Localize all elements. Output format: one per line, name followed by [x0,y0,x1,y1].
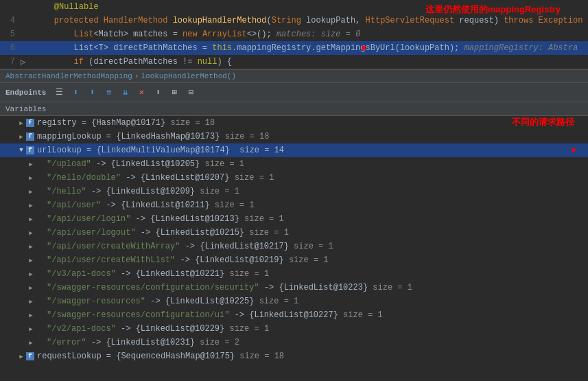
var-row-registry[interactable]: ▶ f registry = {HashMap@10171} size = 18 [0,116,588,130]
toolbar-btn-down[interactable]: ⬇ [86,86,98,99]
var-row-mappingLookup[interactable]: ▶ f mappingLookup = {LinkedHashMap@10173… [0,130,588,143]
var-val-api-user-logout: -> {LinkedList@10215} [136,228,250,238]
var-size-createWithArray: size = 1 [294,242,333,251]
code-content-5: List<Match> matches = new ArrayList<>();… [32,30,588,39]
expander-createWithArray[interactable]: ▶ [26,242,36,251]
line-num-7: 7 [0,57,21,67]
expander-swagger-ui[interactable]: ▶ [26,310,36,320]
code-line-4: 4 protected HandlerMethod lookupHandlerM… [0,14,588,27]
var-row-swagger-security[interactable]: ▶ f "/swagger-resources/configuration/se… [0,281,588,295]
line-num-4: 4 [0,16,21,25]
expander-swagger-security[interactable]: ▶ [26,283,36,292]
var-name-urlLookup: urlLookup = {LinkedMultiValueMap@10174} … [37,146,284,155]
toolbar-btn-up[interactable]: ⬆ [69,86,82,99]
var-row-error[interactable]: ▶ f "/error" -> {LinkedList@10231} size … [0,336,588,349]
field-icon: f [26,132,34,141]
var-name-hello-double: "/hello/double" [47,173,121,183]
var-name-registry: registry = {HashMap@10171} [37,118,170,128]
toolbar-btn-close[interactable]: ✕ [135,86,148,99]
expander-api-user-login[interactable]: ▶ [26,214,36,224]
var-val-swagger-security: -> {LinkedList@10223} [259,283,373,292]
var-row-v3-api-docs[interactable]: ▶ f "/v3/api-docs" -> {LinkedList@10221}… [0,267,588,281]
var-val-v3-api-docs: -> {LinkedList@10221} [116,269,230,279]
var-row-api-user-createWithArray[interactable]: ▶ f "/api/user/createWithArray" -> {Link… [0,240,588,253]
var-row-api-user-login[interactable]: ▶ f "/api/user/login" -> {LinkedList@102… [0,212,588,226]
expander-swagger-resources[interactable]: ▶ [26,297,36,306]
expander-createWithList[interactable]: ▶ [26,255,36,265]
toolbar-btn-up2[interactable]: ⇈ [102,86,115,99]
toolbar-btn-down2[interactable]: ⇊ [119,86,131,99]
breadcrumb-method[interactable]: lookupHandlerMethod() [141,72,236,80]
var-row-swagger-ui[interactable]: ▶ f "/swagger-resources/configuration/ui… [0,308,588,322]
var-row-api-user-createWithList[interactable]: ▶ f "/api/user/createWithList" -> {Linke… [0,253,588,267]
expander-hello-double[interactable]: ▶ [26,173,36,183]
code-line-5: 5 List<Match> matches = new ArrayList<>(… [0,27,588,41]
var-val-v2-api-docs: -> {LinkedList@10229} [116,324,230,334]
var-name-api-user: "/api/user" [47,200,101,210]
var-size-requestLookup: size = 18 [239,351,284,361]
var-val-createWithList: -> {LinkedList@10219} [175,255,289,265]
expander-api-user-logout[interactable]: ▶ [26,228,36,238]
var-val-swagger-resources: -> {LinkedList@10225} [145,297,259,306]
var-name-v3-api-docs: "/v3/api-docs" [47,269,116,279]
var-size-error: size = 2 [200,338,239,347]
var-size-api-user: size = 1 [215,200,255,210]
expander-v2-api-docs[interactable]: ▶ [26,324,36,334]
var-val-hello-double: -> {LinkedList@10207} [121,173,235,183]
expander-requestLookup[interactable]: ▶ [16,351,26,361]
expander-hello[interactable]: ▶ [26,187,36,196]
breadcrumb-class[interactable]: AbstractHandlerMethodMapping [5,72,132,80]
var-name-api-user-logout: "/api/user/logout" [47,228,136,238]
code-content-7: if (directPathMatches != null) { [32,57,588,67]
var-row-requestLookup[interactable]: ▶ f requestLookup = {SequencedHashMap@10… [0,349,588,363]
expander-upload[interactable]: ▶ [26,159,36,169]
var-val-hello: -> {LinkedList@10209} [86,187,200,196]
toolbar-btn-menu[interactable]: ☰ [53,86,65,99]
code-content-4: protected HandlerMethod lookupHandlerMet… [32,16,588,25]
expander-error[interactable]: ▶ [26,338,36,347]
bottom-panel: Endpoints ☰ ⬆ ⬇ ⇈ ⇊ ✕ ⬆ ⊞ ⊟ Variables ▶ … [0,83,588,381]
red-arrow-var: ➤ [570,143,578,158]
var-name-hello: "/hello" [47,187,86,196]
var-size-api-user-login: size = 1 [244,214,284,224]
expander-api-user[interactable]: ▶ [26,200,36,210]
var-row-swagger-resources[interactable]: ▶ f "/swagger-resources" -> {LinkedList@… [0,295,588,308]
toolbar-btn-grid[interactable]: ⊞ [168,86,180,99]
var-val-createWithArray: -> {LinkedList@10217} [180,242,294,251]
var-row-v2-api-docs[interactable]: ▶ f "/v2/api-docs" -> {LinkedList@10229}… [0,322,588,336]
variables-label: Variables [5,105,46,113]
top-annotation: 这里仍然使用的mappingRegistry [425,3,561,16]
var-name-v2-api-docs: "/v2/api-docs" [47,324,116,334]
var-row-hello-double[interactable]: ▶ f "/hello/double" -> {LinkedList@10207… [0,171,588,185]
code-content-6: List<T> directPathMatches = this.mapping… [32,43,588,53]
toolbar-btn-minus[interactable]: ⊟ [185,86,197,99]
expander-registry[interactable]: ▶ [16,118,26,128]
field-icon: f [26,119,34,127]
code-line-6: 6 List<T> directPathMatches = this.mappi… [0,41,588,55]
var-row-upload[interactable]: ▶ f "/upload" -> {LinkedList@10205} size… [0,157,588,171]
main-layout: @Nullable 4 protected HandlerMethod look… [0,0,588,381]
var-size-upload: size = 1 [204,159,244,169]
var-row-api-user-logout[interactable]: ▶ f "/api/user/logout" -> {LinkedList@10… [0,226,588,240]
var-row-hello[interactable]: ▶ f "/hello" -> {LinkedList@10209} size … [0,185,588,198]
var-row-urlLookup[interactable]: ▼ f urlLookup = {LinkedMultiValueMap@101… [0,143,588,157]
breadcrumb-bar: AbstractHandlerMethodMapping › lookupHan… [0,69,588,83]
variables-list[interactable]: ▶ f registry = {HashMap@10171} size = 18… [0,116,588,381]
var-val-swagger-ui: -> {LinkedList@10227} [229,310,343,320]
var-size-hello: size = 1 [200,187,239,196]
toolbar-btn-filter[interactable]: ⬆ [152,86,164,99]
expander-urlLookup[interactable]: ▼ [16,146,26,155]
var-size-swagger-security: size = 1 [373,283,412,292]
var-name-api-user-login: "/api/user/login" [47,214,130,224]
field-icon: f [26,146,34,154]
endpoints-label: Endpoints [5,89,46,97]
var-name-swagger-security: "/swagger-resources/configuration/securi… [47,283,259,292]
var-name-createWithArray: "/api/user/createWithArray" [47,242,180,251]
field-icon: f [26,352,34,360]
expander-mappingLookup[interactable]: ▶ [16,132,26,141]
expander-v3-api-docs[interactable]: ▶ [26,269,36,279]
var-row-api-user[interactable]: ▶ f "/api/user" -> {LinkedList@10211} si… [0,198,588,212]
line-num-6: 6 [0,43,21,53]
var-name-error: "/error" [47,338,86,347]
breadcrumb-sep: › [134,72,139,80]
